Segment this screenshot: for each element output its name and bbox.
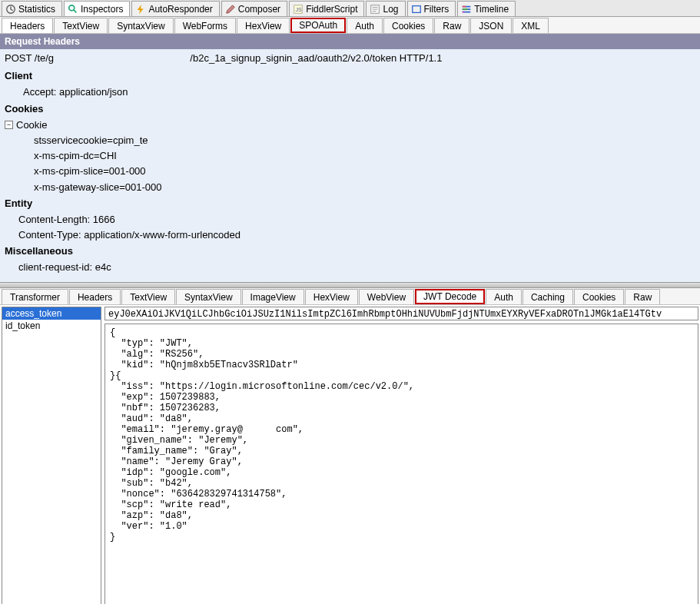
tab-label: Composer <box>238 4 280 15</box>
main-tab-strip: StatisticsInspectorsAutoResponderCompose… <box>0 0 700 17</box>
header-item[interactable]: Content-Type: application/x-www-form-url… <box>0 227 700 243</box>
header-item[interactable]: x-ms-cpim-slice=001-000 <box>0 164 700 179</box>
header-item[interactable]: client-request-id: e4c <box>0 260 700 275</box>
section-misc: Miscellaneous <box>0 243 700 260</box>
svg-point-1 <box>69 5 75 10</box>
response-tab-textview[interactable]: TextView <box>121 289 175 304</box>
response-tab-caching[interactable]: Caching <box>523 289 573 304</box>
token-list-item-id_token[interactable]: id_token <box>2 320 101 332</box>
pane-splitter[interactable] <box>0 282 700 288</box>
header-item[interactable]: Content-Length: 1666 <box>0 212 700 227</box>
section-client: Client <box>0 68 700 85</box>
tab-autoresponder[interactable]: AutoResponder <box>131 1 219 16</box>
raw-token-text[interactable]: eyJ0eXAiOiJKV1QiLCJhbGciOiJSUzI1NilsImtp… <box>105 307 698 320</box>
response-tab-imageview[interactable]: ImageView <box>242 289 304 304</box>
tab-inspectors[interactable]: Inspectors <box>64 1 130 16</box>
header-item[interactable]: x-ms-cpim-dc=CHI <box>0 148 700 164</box>
request-tab-hexview[interactable]: HexView <box>237 18 290 33</box>
request-tab-webforms[interactable]: WebForms <box>174 18 236 33</box>
token-detail: eyJ0eXAiOiJKV1QiLCJhbGciOiJSUzI1NilsImtp… <box>105 307 698 604</box>
tab-timeline[interactable]: Timeline <box>457 1 516 16</box>
script-icon: JS <box>293 4 304 15</box>
header-item[interactable]: stsservicecookie=cpim_te <box>0 133 700 148</box>
token-list: access_tokenid_token <box>2 307 101 604</box>
log-icon <box>370 4 380 15</box>
tab-log[interactable]: Log <box>366 1 405 16</box>
cookie-label: Cookie <box>16 118 47 132</box>
request-tab-spoauth[interactable]: SPOAuth <box>290 18 346 33</box>
response-tab-auth[interactable]: Auth <box>486 289 522 304</box>
tab-label: Timeline <box>474 4 509 15</box>
response-tab-jwt-decode[interactable]: JWT Decode <box>415 289 485 304</box>
request-path-suffix: /b2c_1a_signup_signin_aad/oauth2/v2.0/to… <box>190 52 442 64</box>
request-tab-cookies[interactable]: Cookies <box>383 18 433 33</box>
jwt-decode-panel: access_tokenid_token eyJ0eXAiOiJKV1QiLCJ… <box>0 305 700 604</box>
header-item[interactable]: x-ms-gateway-slice=001-000 <box>0 180 700 195</box>
response-tab-headers[interactable]: Headers <box>69 289 121 304</box>
tab-label: Inspectors <box>81 4 123 15</box>
tab-fiddlerscript[interactable]: JSFiddlerScript <box>289 1 364 16</box>
response-tab-hexview[interactable]: HexView <box>305 289 358 304</box>
timeline-icon <box>461 4 472 15</box>
response-tab-syntaxview[interactable]: SyntaxView <box>176 289 241 304</box>
response-tab-webview[interactable]: WebView <box>359 289 414 304</box>
cookie-tree-row[interactable]: − Cookie <box>0 118 700 133</box>
section-cookies: Cookies <box>0 101 700 118</box>
request-headers-panel: POST /te/g /b2c_1a_signup_signin_aad/oau… <box>0 49 700 282</box>
tab-label: Statistics <box>18 4 55 15</box>
tab-label: AutoResponder <box>148 4 212 15</box>
request-tab-xml[interactable]: XML <box>513 18 549 33</box>
request-method-path: POST /te/g <box>5 52 54 64</box>
request-tab-strip: HeadersTextViewSyntaxViewWebFormsHexView… <box>0 17 700 34</box>
tab-statistics[interactable]: Statistics <box>2 1 62 16</box>
tab-composer[interactable]: Composer <box>221 1 287 16</box>
tab-label: FiddlerScript <box>306 4 357 15</box>
request-tab-auth[interactable]: Auth <box>347 18 383 33</box>
bolt-icon <box>135 4 146 15</box>
token-list-item-access_token[interactable]: access_token <box>2 307 101 320</box>
svg-text:JS: JS <box>296 6 303 12</box>
decoded-token-text[interactable]: { "typ": "JWT", "alg": "RS256", "kid": "… <box>105 324 698 604</box>
request-tab-headers[interactable]: Headers <box>2 18 53 33</box>
response-tab-transformer[interactable]: Transformer <box>2 289 68 304</box>
tab-label: Filters <box>424 4 450 15</box>
header-item[interactable]: Accept: application/json <box>0 85 700 100</box>
request-headers-title: Request Headers <box>0 34 700 49</box>
response-tab-raw[interactable]: Raw <box>625 289 660 304</box>
tab-label: Log <box>383 4 398 15</box>
request-tab-raw[interactable]: Raw <box>434 18 469 33</box>
request-tab-json[interactable]: JSON <box>470 18 512 33</box>
magnifier-icon <box>68 4 78 15</box>
request-tab-textview[interactable]: TextView <box>54 18 108 33</box>
clock-icon <box>5 4 16 15</box>
tree-collapse-icon[interactable]: − <box>5 121 13 129</box>
request-line: POST /te/g /b2c_1a_signup_signin_aad/oau… <box>0 49 700 68</box>
svg-rect-5 <box>412 5 420 12</box>
section-entity: Entity <box>0 195 700 212</box>
request-tab-syntaxview[interactable]: SyntaxView <box>108 18 173 33</box>
tab-filters[interactable]: Filters <box>407 1 456 16</box>
response-tab-strip: TransformerHeadersTextViewSyntaxViewImag… <box>0 288 700 305</box>
response-tab-cookies[interactable]: Cookies <box>574 289 624 304</box>
pencil-icon <box>225 4 236 15</box>
filter-icon <box>411 4 422 15</box>
